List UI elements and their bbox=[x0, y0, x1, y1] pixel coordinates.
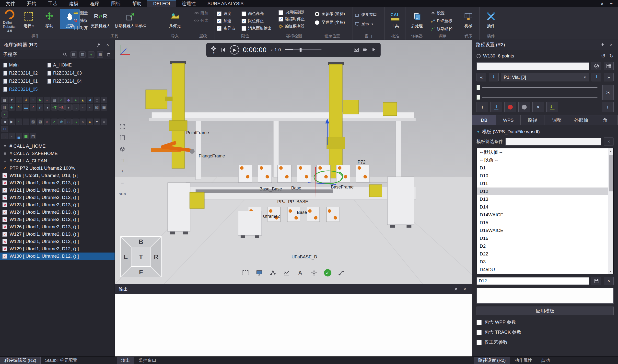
minimize-icon[interactable]: − bbox=[610, 1, 613, 6]
tab[interactable]: 路径 bbox=[521, 115, 545, 125]
toolbar-icon[interactable]: ⇄ bbox=[37, 104, 43, 110]
toolbar-icon[interactable]: ◑ bbox=[44, 104, 50, 110]
template-list-item[interactable]: D1 bbox=[477, 164, 613, 172]
toolbar-icon[interactable]: ▤ bbox=[30, 133, 36, 139]
limit-checkbox[interactable]: 速度 bbox=[217, 10, 237, 17]
template-section-header[interactable]: ▼ 模板 (WPS_DataFile.wpsdf) bbox=[477, 129, 614, 135]
pin-icon[interactable] bbox=[96, 42, 101, 48]
template-list-item[interactable]: D3 bbox=[477, 258, 613, 266]
text-annotation-icon[interactable]: A bbox=[296, 269, 304, 277]
toolbar-icon[interactable]: + bbox=[72, 97, 79, 103]
redo-icon[interactable]: ↻ bbox=[609, 53, 614, 59]
toolbar-icon[interactable]: ▶ bbox=[9, 118, 15, 125]
prev-point-button[interactable]: « bbox=[477, 73, 486, 81]
move-tool-button[interactable]: 移动 bbox=[40, 9, 59, 29]
path-route-icon[interactable] bbox=[337, 269, 346, 277]
toolbar-icon[interactable]: → bbox=[72, 104, 79, 110]
copy-program-icon[interactable]: ▦ bbox=[97, 51, 103, 58]
toolbar-icon[interactable]: +T bbox=[51, 104, 57, 110]
toolbar-icon[interactable]: ▧ bbox=[94, 104, 100, 110]
toolbar-icon[interactable]: ▧ bbox=[37, 118, 43, 125]
toolbar-icon[interactable]: ↺ bbox=[23, 97, 29, 103]
edit-detector-button[interactable]: 编辑探测器 bbox=[278, 23, 310, 30]
menu-item[interactable]: SURF ANALYSIS bbox=[202, 0, 249, 7]
status-tab[interactable]: 路径设置 (R2) bbox=[474, 357, 510, 364]
statement-row[interactable]: W125 [ Utool1, Uframe2, D13, () ] bbox=[0, 216, 115, 223]
limit-checkbox[interactable]: 限位停止 bbox=[242, 17, 274, 25]
box-icon[interactable]: □ bbox=[119, 157, 126, 164]
toolbar-icon[interactable]: ↻ bbox=[16, 104, 22, 110]
status-tab[interactable]: 动作属性 bbox=[510, 357, 536, 364]
statement-row[interactable]: W123 [ Utool1, Uframe2, D13, () ] bbox=[0, 201, 115, 208]
speed-slider[interactable] bbox=[285, 49, 322, 50]
play-button[interactable]: ▶ bbox=[230, 45, 239, 54]
record-button[interactable] bbox=[504, 102, 516, 112]
delete-program-icon[interactable] bbox=[106, 52, 112, 57]
jog-to-prev-button[interactable] bbox=[489, 73, 499, 81]
calibration-tool-button[interactable]: CAL 工具 bbox=[388, 9, 403, 29]
close-icon[interactable]: × bbox=[462, 286, 468, 292]
list-scrollbar[interactable]: ▲ ▼ bbox=[608, 148, 613, 274]
template-list-item[interactable]: -- 默认值 -- bbox=[477, 148, 613, 156]
delete-point-button[interactable]: × bbox=[532, 102, 544, 112]
template-option-checkbox[interactable]: 包含 TRACK 参数 bbox=[477, 329, 614, 335]
limit-checkbox[interactable]: 消息面板输出 bbox=[242, 25, 274, 32]
jog-robot-button[interactable] bbox=[491, 102, 502, 112]
template-list-item[interactable]: D15 bbox=[477, 219, 613, 227]
position-slider[interactable] bbox=[477, 85, 599, 90]
toolbar-icon[interactable]: ▥ bbox=[1, 104, 8, 110]
scroll-down-icon[interactable]: ▼ bbox=[608, 269, 613, 274]
plugin-button[interactable]: 插件 bbox=[483, 9, 499, 29]
select-region-icon[interactable] bbox=[119, 134, 126, 142]
collision-checkbox[interactable]: 启用探测器 bbox=[278, 10, 310, 15]
collision-checkbox[interactable]: 碰撞时停止 bbox=[278, 17, 310, 22]
slider-handle[interactable] bbox=[477, 85, 480, 90]
toolbar-icon[interactable]: ◀ bbox=[1, 118, 8, 125]
save-template-button[interactable] bbox=[591, 277, 601, 285]
template-list-item[interactable]: -- 以前 -- bbox=[477, 156, 613, 164]
toolbar-icon[interactable]: ▲ bbox=[80, 97, 86, 103]
status-tab[interactable]: 点动 bbox=[536, 357, 554, 364]
statement-row[interactable]: W119 [ Utool1, Uframe2, D13, () ] bbox=[0, 172, 115, 179]
record-video-icon[interactable] bbox=[362, 47, 368, 52]
toolbar-icon[interactable]: ● bbox=[65, 104, 72, 110]
area-select-icon[interactable] bbox=[241, 269, 250, 277]
menu-item[interactable]: 帮助 bbox=[126, 0, 147, 7]
menu-item[interactable]: 开始 bbox=[21, 0, 42, 7]
toolbar-icon[interactable]: ● bbox=[87, 118, 93, 125]
detach-button[interactable]: 分离 bbox=[194, 17, 208, 24]
attach-button[interactable]: 附加 bbox=[194, 10, 208, 16]
template-name-input[interactable] bbox=[477, 277, 589, 285]
validation-ok-icon[interactable]: ✓ bbox=[324, 269, 332, 277]
toolbar-icon[interactable]: ▤ bbox=[51, 97, 57, 103]
delete-template-button[interactable]: × bbox=[604, 277, 614, 285]
subprogram-item[interactable]: R2ZC3214_03 bbox=[47, 69, 114, 77]
toolbar-icon[interactable]: ✓ bbox=[51, 118, 57, 125]
playback-settings-button[interactable]: ▾ bbox=[211, 46, 216, 54]
tab[interactable]: DB bbox=[472, 115, 496, 125]
statement-row[interactable]: W121 [ Utool1, Uframe2, D13, () ] bbox=[0, 186, 115, 194]
measure-icon[interactable]: / bbox=[119, 168, 126, 175]
tab[interactable]: 角 bbox=[593, 115, 618, 125]
toolbar-icon[interactable]: □ bbox=[94, 97, 100, 103]
machine-program-button[interactable]: 机械 bbox=[461, 9, 476, 29]
toolbar-icon[interactable]: ↑ bbox=[16, 118, 22, 125]
subprogram-item[interactable]: R2ZC3214_04 bbox=[47, 78, 114, 85]
tab[interactable]: 外部轴 bbox=[569, 115, 593, 125]
via-point-select[interactable]: P1: Via, [J] ▼ bbox=[501, 73, 589, 81]
statement-row[interactable]: PTP P72 Utool1 Uframe2 100% bbox=[0, 165, 115, 172]
tab[interactable]: WPS bbox=[496, 115, 521, 125]
chart-icon[interactable] bbox=[282, 269, 291, 277]
menu-item[interactable]: DELFOI bbox=[147, 0, 176, 7]
scroll-up-icon[interactable]: ▲ bbox=[608, 148, 613, 154]
toolbar-icon[interactable]: ▾ bbox=[94, 118, 100, 125]
limit-checkbox[interactable]: 颜色高亮 bbox=[242, 10, 274, 17]
lock-radio[interactable]: 至参考 (坐标) bbox=[315, 12, 350, 17]
lock-radio[interactable]: 至世界 (坐标) bbox=[315, 20, 350, 25]
toolbar-icon[interactable]: ◆ bbox=[65, 97, 72, 103]
statement-row[interactable]: W122 [ Utool1, Uframe2, D13, () ] bbox=[0, 194, 115, 201]
teach-point-button[interactable] bbox=[546, 102, 558, 112]
toolbar-icon[interactable]: ▾ bbox=[9, 97, 15, 103]
status-tab[interactable]: Stäubli 单元配置 bbox=[41, 357, 82, 364]
toolbar-icon[interactable]: ◦ bbox=[9, 133, 15, 139]
